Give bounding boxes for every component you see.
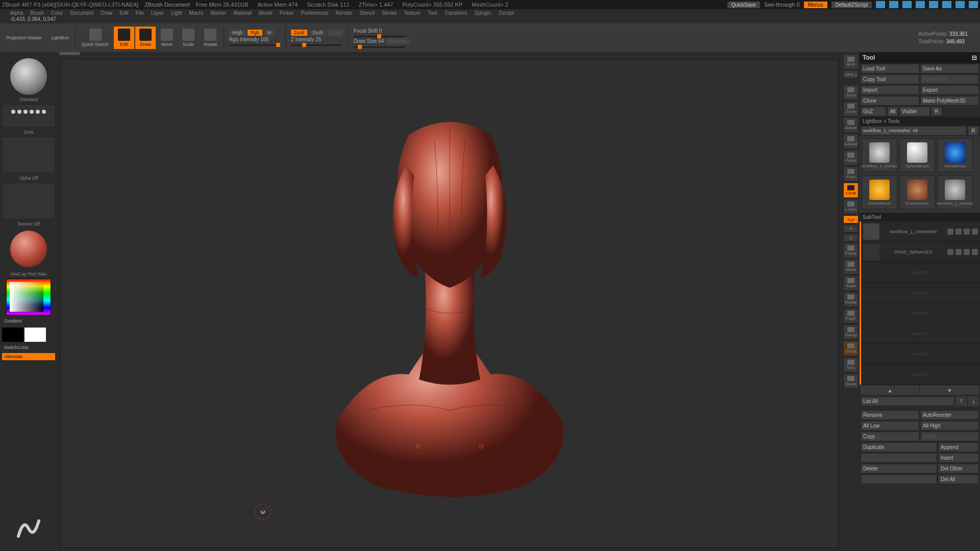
goz-all-button[interactable]: All [887, 107, 898, 116]
rotate-button[interactable]: Rotate [200, 27, 222, 49]
rename-button[interactable]: Rename [861, 410, 919, 420]
menu-movie[interactable]: Movie [259, 10, 273, 16]
xyz-button[interactable]: Xyz [843, 215, 859, 223]
move-nav-button[interactable]: Move [843, 259, 859, 274]
menu-brush[interactable]: Brush [31, 10, 44, 16]
alpha-slot[interactable] [2, 137, 55, 173]
draw-size-slider[interactable]: Draw Size 64 [354, 38, 384, 44]
xpose-button[interactable]: Xpose [843, 373, 859, 389]
projection-master-button[interactable]: Projection Master [2, 33, 46, 42]
menu-macro[interactable]: Macro [189, 10, 204, 16]
goz-r-button[interactable]: R [931, 107, 942, 116]
menu-picker[interactable]: Picker [280, 10, 294, 16]
paste-tool-button[interactable]: Paste Tool [920, 74, 979, 84]
menu-stencil[interactable]: Stencil [359, 10, 375, 16]
rot-z-button[interactable]: ◎ [843, 234, 859, 242]
aahalf-button[interactable]: AAHalf [843, 134, 859, 149]
menu-zscript[interactable]: Zscript [498, 10, 513, 16]
zadd-button[interactable]: Zadd [291, 30, 308, 36]
focal-shift-slider[interactable]: Focal Shift 0 [354, 28, 382, 34]
texture-slot[interactable] [2, 183, 55, 219]
quicksketch-button[interactable]: Quick Sketch [78, 27, 113, 49]
solo-button[interactable]: Solo [843, 357, 859, 372]
tool-thumb-2[interactable]: AlphaBrush [937, 138, 973, 172]
move-down-button[interactable]: ⤓ [968, 396, 979, 406]
active-tool-name[interactable]: workflow_1_zremesher. 48 [861, 126, 967, 136]
export-button[interactable]: Export [920, 85, 979, 95]
delother-button[interactable]: Del Other [938, 464, 979, 473]
rgb-button[interactable]: Rgb [248, 30, 262, 36]
quicksave-button[interactable]: QuickSave [727, 2, 760, 8]
stroke-slot[interactable] [2, 104, 55, 128]
clone-button[interactable]: Clone [861, 96, 919, 106]
autoreorder-button[interactable]: AutoReorder [920, 410, 979, 420]
rgb-intensity-slider[interactable]: Rgb Intensity 100 [229, 37, 269, 42]
lightbox-tools-label[interactable]: Lightbox > Tools [860, 117, 980, 126]
gradient-button[interactable]: Gradient [2, 317, 55, 324]
polyf-button[interactable]: PolyF [843, 308, 859, 323]
menu-zplugin[interactable]: Zplugin [475, 10, 492, 16]
scale-button[interactable]: Scale [178, 27, 199, 49]
draw-button[interactable]: Draw [135, 27, 156, 49]
make-polymesh-button[interactable]: Make PolyMesh3D [920, 96, 979, 106]
menu-file[interactable]: File [136, 10, 144, 16]
local-button[interactable]: Local [843, 183, 859, 198]
rot-y-button[interactable]: ⟳ [843, 224, 859, 233]
menu-draw[interactable]: Draw [101, 10, 112, 16]
alllow-button[interactable]: All Low [861, 421, 919, 431]
tool-thumb-0[interactable]: workflow_1_zremes [862, 138, 897, 172]
secondary-color[interactable] [2, 328, 23, 342]
main-color[interactable] [24, 328, 46, 342]
transp-button[interactable]: Transp [843, 324, 859, 340]
brush-thumbnail[interactable] [10, 58, 47, 95]
menu-light[interactable]: Light [171, 10, 182, 16]
dynamic-button[interactable]: Dynamic [386, 38, 410, 44]
rotate-nav-button[interactable]: Rotate [843, 292, 859, 307]
scroll-button[interactable]: Scroll [843, 85, 859, 100]
tool-thumb-4[interactable]: EraserBrush [899, 176, 935, 209]
tool-thumb-1[interactable]: SphereBrush [899, 138, 935, 172]
window-close[interactable] [969, 1, 978, 8]
menu-transform[interactable]: Transform [444, 10, 467, 16]
zoom-button[interactable]: Zoom [843, 101, 859, 116]
subtool-down-button[interactable]: ▼ [920, 386, 979, 395]
seethrough-slider[interactable]: See-through 0 [764, 2, 800, 8]
subtool-row-5[interactable]: Insert 5 [861, 323, 980, 344]
menu-stroke[interactable]: Stroke [382, 10, 397, 16]
delete-button[interactable]: Delete [861, 464, 937, 473]
menu-alpha[interactable]: Alpha [10, 10, 23, 16]
load-tool-button[interactable]: Load Tool [861, 64, 919, 73]
menus-button[interactable]: Menus [804, 2, 827, 8]
persp-button[interactable]: Persp [843, 150, 859, 165]
ghost-button[interactable]: Ghost [843, 341, 859, 356]
window-button-6[interactable] [942, 1, 951, 8]
menu-marker[interactable]: Marker [210, 10, 226, 16]
color-picker[interactable] [6, 279, 51, 315]
switchcolor-button[interactable]: SwitchColor [2, 344, 55, 351]
subtool-copy-button[interactable]: Copy [861, 432, 919, 441]
menu-material[interactable]: Material [234, 10, 252, 16]
allhigh-button[interactable]: All High [920, 421, 979, 431]
edit-button[interactable]: Edit [114, 27, 134, 49]
menu-tool[interactable]: Tool [428, 10, 437, 16]
floor-button[interactable]: Floor [843, 166, 859, 182]
copy-tool-button[interactable]: Copy Tool [861, 74, 919, 84]
timeline-handle[interactable] [59, 52, 80, 55]
insert-button[interactable]: Insert [938, 453, 979, 463]
defaultscript-button[interactable]: DefaultZScript [831, 2, 872, 8]
mrgb-button[interactable]: Mrgb [229, 30, 246, 36]
material-thumbnail[interactable] [10, 231, 47, 267]
menu-layer[interactable]: Layer [151, 10, 164, 16]
lsym-button[interactable]: L.Sym [843, 199, 859, 214]
scale-nav-button[interactable]: Scale [843, 276, 859, 291]
subtool-row-3[interactable]: Insert 3 [861, 283, 980, 303]
viewport[interactable] [60, 59, 839, 548]
subtool-row-0[interactable]: workflow_1_zremesher [861, 221, 980, 242]
rgb-intensity-track[interactable] [229, 44, 280, 46]
lightbox-button[interactable]: LightBox [47, 33, 73, 42]
spix-slider[interactable]: SPix 3 [843, 70, 859, 79]
menu-texture[interactable]: Texture [404, 10, 421, 16]
z-intensity-track[interactable] [291, 44, 342, 46]
import-button[interactable]: Import [861, 85, 919, 95]
delall-button[interactable]: Del All [938, 474, 979, 484]
